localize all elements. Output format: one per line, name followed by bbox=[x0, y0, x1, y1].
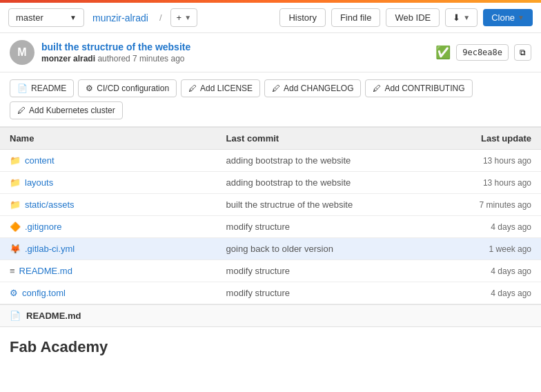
file-link[interactable]: ≡ README.md bbox=[10, 266, 207, 276]
table-row: ≡ README.md modify structure 4 days ago bbox=[0, 260, 541, 282]
commit-message: built the structrue of the website bbox=[217, 194, 433, 216]
commit-info: built the structrue of the website monze… bbox=[41, 41, 429, 63]
file-name: .gitignore bbox=[25, 222, 61, 232]
gitignore-icon: 🔶 bbox=[10, 222, 21, 232]
readme-content: Fab Academy bbox=[0, 327, 541, 375]
commit-message: modify structure bbox=[217, 282, 433, 304]
commit-meta: monzer alradi authored 7 minutes ago bbox=[41, 54, 429, 63]
add-contributing-icon: 🖊 bbox=[373, 84, 381, 93]
avatar: M bbox=[10, 40, 35, 65]
commit-bar: M built the structrue of the website mon… bbox=[0, 33, 541, 72]
history-button[interactable]: History bbox=[279, 8, 325, 27]
chevron-down-icon: ▼ bbox=[184, 14, 191, 21]
copy-sha-button[interactable]: ⧉ bbox=[514, 44, 531, 61]
add-changelog-icon: 🖊 bbox=[272, 84, 280, 93]
file-link[interactable]: 📁 static/assets bbox=[10, 199, 207, 210]
cicd-quick-btn[interactable]: ⚙ CI/CD configuration bbox=[78, 79, 177, 97]
clone-label: Clone bbox=[491, 12, 515, 23]
file-link[interactable]: 📁 content bbox=[10, 155, 207, 166]
file-name: config.toml bbox=[22, 288, 66, 298]
file-name: .gitlab-ci.yml bbox=[25, 244, 75, 254]
file-link[interactable]: 📁 layouts bbox=[10, 177, 207, 188]
download-icon: ⬇ bbox=[453, 12, 460, 23]
commit-message: modify structure bbox=[217, 216, 433, 238]
gitlab-icon: 🦊 bbox=[10, 244, 21, 254]
table-row: 🦊 .gitlab-ci.yml going back to older ver… bbox=[0, 238, 541, 260]
last-update: 4 days ago bbox=[433, 260, 541, 282]
readme-file-icon: 📄 bbox=[10, 311, 21, 321]
quick-actions: 📄 README ⚙ CI/CD configuration 🖊 Add LIC… bbox=[0, 72, 541, 127]
readme-filename: README.md bbox=[26, 311, 81, 321]
breadcrumb: munzir-alradi bbox=[92, 12, 148, 23]
file-name: README.md bbox=[19, 266, 72, 276]
add-license-label: Add LICENSE bbox=[200, 84, 253, 93]
find-file-button[interactable]: Find file bbox=[331, 8, 381, 27]
file-link[interactable]: 🔶 .gitignore bbox=[10, 222, 207, 232]
col-commit: Last commit bbox=[217, 128, 433, 150]
table-row: 🔶 .gitignore modify structure 4 days ago bbox=[0, 216, 541, 238]
file-table: Name Last commit Last update 📁 content a… bbox=[0, 127, 541, 304]
add-changelog-label: Add CHANGELOG bbox=[284, 84, 353, 93]
branch-selector[interactable]: master ▼ bbox=[8, 8, 84, 27]
last-update: 7 minutes ago bbox=[433, 194, 541, 216]
readme-quick-label: README bbox=[31, 84, 66, 93]
file-link[interactable]: ⚙ config.toml bbox=[10, 288, 207, 298]
col-name: Name bbox=[0, 128, 217, 150]
commit-right: ✅ 9ec8ea8e ⧉ bbox=[435, 44, 531, 61]
add-changelog-btn[interactable]: 🖊 Add CHANGELOG bbox=[264, 79, 361, 97]
branch-name: master bbox=[16, 12, 43, 23]
file-link[interactable]: 🦊 .gitlab-ci.yml bbox=[10, 244, 207, 254]
table-row: 📁 layouts adding bootstrap to the websit… bbox=[0, 172, 541, 194]
toolbar: master ▼ munzir-alradi / + ▼ History Fin… bbox=[0, 3, 541, 33]
col-update: Last update bbox=[433, 128, 541, 150]
readme-bar: 📄 README.md bbox=[0, 304, 541, 327]
last-update: 1 week ago bbox=[433, 238, 541, 260]
chevron-down-icon: ▼ bbox=[70, 14, 77, 21]
add-contributing-btn[interactable]: 🖊 Add CONTRIBUTING bbox=[365, 79, 472, 97]
folder-icon: 📁 bbox=[10, 199, 21, 210]
chevron-down-icon: ▼ bbox=[518, 14, 524, 21]
readme-icon: ≡ bbox=[10, 266, 15, 276]
chevron-down-icon: ▼ bbox=[463, 14, 470, 21]
file-name: layouts bbox=[25, 177, 53, 188]
add-k8s-icon: 🖊 bbox=[17, 106, 26, 115]
commit-title: built the structrue of the website bbox=[41, 41, 429, 52]
last-update: 13 hours ago bbox=[433, 150, 541, 172]
readme-quick-icon: 📄 bbox=[17, 84, 28, 93]
commit-message: adding bootstrap to the website bbox=[217, 172, 433, 194]
add-k8s-label: Add Kubernetes cluster bbox=[29, 106, 115, 115]
commit-message: adding bootstrap to the website bbox=[217, 150, 433, 172]
plus-button[interactable]: + ▼ bbox=[170, 8, 198, 27]
config-icon: ⚙ bbox=[10, 288, 18, 298]
last-update: 13 hours ago bbox=[433, 172, 541, 194]
file-name: static/assets bbox=[25, 199, 75, 210]
clone-button[interactable]: Clone ▼ bbox=[483, 9, 533, 26]
commit-message: modify structure bbox=[217, 260, 433, 282]
folder-icon: 📁 bbox=[10, 155, 21, 166]
download-button[interactable]: ⬇ ▼ bbox=[445, 8, 478, 27]
table-row: 📁 content adding bootstrap to the websit… bbox=[0, 150, 541, 172]
avatar-initial: M bbox=[17, 46, 26, 59]
folder-icon: 📁 bbox=[10, 177, 21, 188]
add-k8s-btn[interactable]: 🖊 Add Kubernetes cluster bbox=[10, 101, 123, 119]
last-update: 4 days ago bbox=[433, 216, 541, 238]
commit-author: monzer alradi bbox=[41, 54, 95, 63]
file-name: content bbox=[25, 155, 55, 166]
add-contributing-label: Add CONTRIBUTING bbox=[384, 84, 464, 93]
table-row: ⚙ config.toml modify structure 4 days ag… bbox=[0, 282, 541, 304]
check-icon: ✅ bbox=[435, 45, 451, 60]
cicd-quick-label: CI/CD configuration bbox=[97, 84, 169, 93]
readme-quick-btn[interactable]: 📄 README bbox=[10, 79, 74, 97]
last-update: 4 days ago bbox=[433, 282, 541, 304]
web-ide-button[interactable]: Web IDE bbox=[386, 8, 440, 27]
readme-title: Fab Academy bbox=[10, 338, 531, 356]
commit-authored-label: authored bbox=[97, 54, 132, 63]
commit-time: 7 minutes ago bbox=[132, 54, 184, 63]
plus-icon: + bbox=[177, 12, 182, 23]
table-row: 📁 static/assets built the structrue of t… bbox=[0, 194, 541, 216]
commit-sha: 9ec8ea8e bbox=[456, 44, 509, 61]
breadcrumb-sep: / bbox=[159, 12, 162, 23]
add-license-btn[interactable]: 🖊 Add LICENSE bbox=[181, 79, 260, 97]
cicd-quick-icon: ⚙ bbox=[86, 84, 93, 93]
commit-message: going back to older version bbox=[217, 238, 433, 260]
